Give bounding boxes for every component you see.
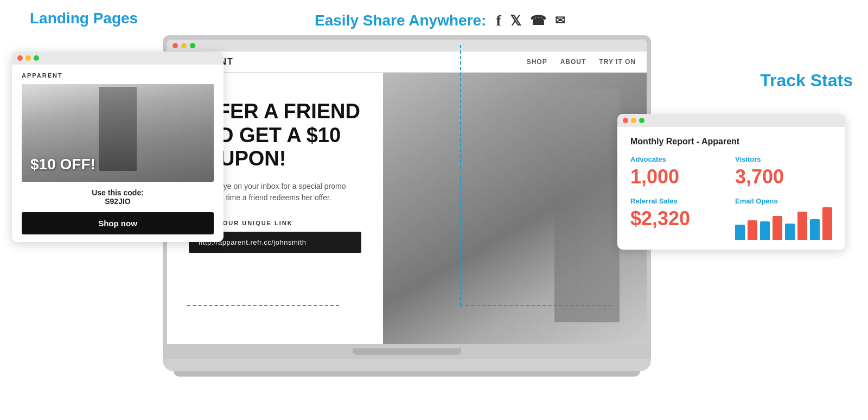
dot-yellow: [181, 43, 187, 48]
visitors-label: Visitors: [735, 155, 832, 163]
track-stats-label: Track Stats: [760, 71, 853, 91]
email-code-section: Use this code: S92JIO: [22, 188, 214, 206]
stats-dot-green: [639, 118, 644, 123]
social-icons-row: f 𝕏 ☎ ✉: [496, 12, 564, 29]
email-opens-cell: Email Opens: [735, 197, 832, 240]
stats-dot-yellow: [631, 118, 636, 123]
chart-bar: [735, 225, 745, 240]
email-card-body: APPARENT $10 OFF! Use this code: S92JIO …: [12, 65, 224, 242]
email-card: APPARENT $10 OFF! Use this code: S92JIO …: [12, 52, 224, 242]
stats-dot-red: [623, 118, 628, 123]
referral-sales-label: Referral Sales: [630, 197, 722, 205]
dot-green: [190, 43, 195, 48]
dot-red: [173, 43, 178, 48]
facebook-icon[interactable]: f: [496, 12, 501, 29]
laptop-nav: APPARENT SHOP ABOUT TRY IT ON: [167, 52, 647, 73]
laptop-container: APPARENT SHOP ABOUT TRY IT ON REFER A FR…: [163, 35, 651, 377]
laptop-screen-inner: APPARENT SHOP ABOUT TRY IT ON REFER A FR…: [167, 40, 647, 344]
email-hero-text: $10 OFF!: [30, 156, 205, 173]
chart-bar: [760, 221, 770, 240]
stats-card-titlebar: [617, 114, 845, 127]
email-icon[interactable]: ✉: [555, 14, 565, 28]
laptop-nav-links: SHOP ABOUT TRY IT ON: [527, 58, 636, 66]
chart-bar: [748, 220, 757, 240]
laptop-right-panel: [383, 73, 647, 344]
landing-pages-label: Landing Pages: [30, 10, 138, 27]
nav-about[interactable]: ABOUT: [560, 58, 586, 66]
referral-sales-cell: Referral Sales $2,320: [630, 197, 722, 240]
email-dot-red: [17, 55, 23, 61]
share-label: Easily Share Anywhere: f 𝕏 ☎ ✉: [315, 12, 565, 29]
chart-bar: [785, 224, 795, 240]
email-hero-image: $10 OFF!: [22, 84, 214, 182]
email-opens-label: Email Opens: [735, 197, 832, 205]
dotted-line-2: [460, 305, 612, 306]
stats-title: Monthly Report - Apparent: [630, 137, 832, 147]
referral-sales-value: $2,320: [630, 207, 722, 230]
email-use-code: Use this code:: [22, 188, 214, 197]
advocates-value: 1,000: [630, 166, 722, 188]
twitter-icon[interactable]: 𝕏: [510, 12, 521, 29]
email-code: S92JIO: [22, 197, 214, 206]
laptop-content: REFER A FRIEND AND GET A $10 COUPON! Kee…: [167, 73, 647, 344]
visitors-value: 3,700: [735, 166, 832, 188]
chart-bar: [797, 212, 807, 240]
share-text: Easily Share Anywhere:: [315, 12, 486, 29]
email-card-titlebar: [12, 52, 224, 65]
stats-grid: Advocates 1,000 Visitors 3,700 Referral …: [630, 155, 832, 240]
advocates-cell: Advocates 1,000: [630, 155, 722, 188]
email-opens-chart: [735, 207, 832, 240]
visitors-cell: Visitors 3,700: [735, 155, 832, 188]
chart-bar: [773, 216, 782, 240]
email-hero-overlay: $10 OFF!: [22, 147, 214, 182]
laptop-stand: [163, 359, 651, 371]
laptop-screen-outer: APPARENT SHOP ABOUT TRY IT ON REFER A FR…: [163, 35, 651, 344]
dotted-line-1: [187, 305, 339, 306]
chart-bar: [810, 219, 820, 240]
phone-icon[interactable]: ☎: [530, 13, 546, 28]
laptop-notch: [353, 348, 461, 355]
figure-silhouette: [554, 89, 620, 322]
stats-card-body: Monthly Report - Apparent Advocates 1,00…: [617, 127, 845, 250]
laptop-title-bar: [167, 40, 647, 52]
stats-card: Monthly Report - Apparent Advocates 1,00…: [617, 114, 845, 250]
email-dot-yellow: [25, 55, 31, 61]
email-brand: APPARENT: [22, 72, 214, 79]
nav-shop[interactable]: SHOP: [527, 58, 547, 66]
nav-try-it-on[interactable]: TRY IT ON: [599, 58, 636, 66]
laptop-foot: [174, 371, 640, 377]
chart-bar: [822, 207, 832, 240]
email-dot-green: [34, 55, 39, 61]
shop-now-button[interactable]: Shop now: [22, 212, 214, 234]
advocates-label: Advocates: [630, 155, 722, 163]
dotted-line-vertical: [460, 45, 461, 306]
laptop-base: [163, 344, 651, 359]
